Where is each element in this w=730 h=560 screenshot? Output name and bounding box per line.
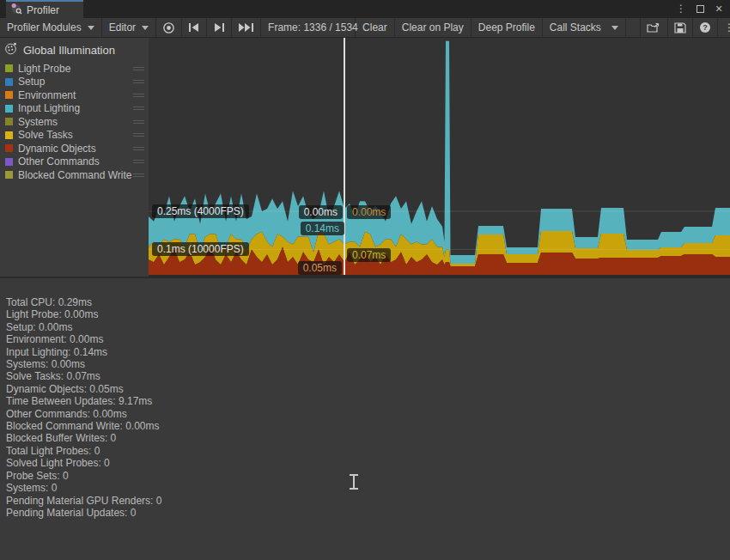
frame-value-label: 0.14ms: [301, 222, 344, 235]
area-input-lighting: [149, 41, 730, 264]
drag-handle-icon[interactable]: [133, 172, 144, 179]
call-stacks-dropdown[interactable]: Call Stacks: [543, 18, 626, 37]
last-frame-button[interactable]: [232, 18, 261, 37]
frame-value-label: 0.05ms: [298, 261, 342, 275]
gridline-label: 0.25ms (4000FPS): [152, 204, 249, 218]
drag-handle-icon[interactable]: [133, 145, 144, 152]
editor-dropdown[interactable]: Editor: [102, 18, 156, 37]
drag-handle-icon[interactable]: [133, 65, 144, 72]
editor-label: Editor: [109, 21, 136, 33]
window-menu-icon[interactable]: ⋮: [674, 2, 688, 15]
titlebar: Profiler ⋮ ×: [0, 0, 730, 18]
chart-row: Global Illumination Light Probe Setup En…: [0, 38, 730, 277]
frame-value-label: 0.07ms: [347, 248, 391, 262]
legend-item[interactable]: Environment: [0, 88, 149, 102]
series-label: Other Commands: [18, 155, 133, 167]
series-color-chip: [5, 171, 13, 179]
series-label: Blocked Command Write: [18, 169, 133, 181]
profiler-modules-dropdown[interactable]: Profiler Modules: [0, 18, 102, 37]
stat-line: Dynamic Objects: 0.05ms: [6, 383, 730, 395]
stat-line: Input Lighting: 0.14ms: [6, 346, 730, 358]
frame-details-panel[interactable]: Total CPU: 0.29msLight Probe: 0.00msSetu…: [0, 277, 730, 560]
legend-item[interactable]: Dynamic Objects: [0, 142, 149, 155]
load-profile-icon: [647, 22, 661, 33]
clear-on-play-toggle[interactable]: Clear on Play: [395, 18, 471, 37]
svg-text:?: ?: [703, 23, 708, 32]
tab-profiler[interactable]: Profiler: [6, 0, 83, 18]
series-label: Light Probe: [18, 63, 133, 75]
profiler-toolbar: Profiler Modules Editor: [0, 18, 730, 38]
last-frame-icon: [238, 22, 254, 33]
context-menu-button[interactable]: ⋮: [718, 18, 730, 37]
series-color-chip: [5, 118, 13, 125]
drag-handle-icon[interactable]: [133, 131, 144, 138]
gridline-label: 0.1ms (10000FPS): [152, 242, 249, 256]
series-label: Environment: [18, 89, 133, 101]
series-label: Setup: [18, 76, 133, 88]
close-icon[interactable]: ×: [712, 2, 726, 15]
clear-label: Clear: [362, 21, 387, 33]
legend-item[interactable]: Other Commands: [0, 155, 149, 169]
legend-item[interactable]: Setup: [0, 76, 149, 89]
stat-line: Systems: 0: [6, 482, 730, 494]
series-color-chip: [5, 131, 13, 139]
chevron-down-icon: [88, 26, 94, 30]
profiler-chart[interactable]: 0.25ms (4000FPS)0.1ms (10000FPS)0.00ms0.…: [149, 38, 730, 277]
series-legend: Light Probe Setup Environment Input Ligh…: [0, 62, 149, 182]
profiler-window: Profiler ⋮ × Profiler Modules Editor: [0, 0, 730, 560]
stat-line: Probe Sets: 0: [6, 470, 730, 482]
chevron-down-icon: [142, 26, 149, 30]
stat-line: Time Between Updates: 9.17ms: [6, 395, 730, 407]
profiler-modules-label: Profiler Modules: [7, 21, 82, 33]
record-button[interactable]: [156, 18, 182, 37]
deep-profile-toggle[interactable]: Deep Profile: [471, 18, 543, 37]
legend-item[interactable]: Solve Tasks: [0, 129, 149, 143]
drag-handle-icon[interactable]: [133, 92, 144, 99]
stat-line: Blocked Buffer Writes: 0: [6, 432, 730, 444]
next-frame-button[interactable]: [207, 18, 232, 37]
drag-handle-icon[interactable]: [133, 119, 144, 125]
stat-line: Light Probe: 0.00ms: [6, 308, 730, 320]
profiler-chart-svg[interactable]: [149, 38, 730, 277]
stat-line: Total CPU: 0.29ms: [6, 296, 730, 308]
text-cursor-icon: [349, 473, 359, 490]
prev-frame-button[interactable]: [182, 18, 207, 37]
save-profile-button[interactable]: [668, 18, 693, 37]
save-profile-icon: [674, 22, 686, 33]
record-icon: [162, 21, 175, 34]
series-color-chip: [5, 78, 13, 86]
help-button[interactable]: ?: [693, 18, 718, 37]
series-color-chip: [5, 91, 13, 99]
stat-line: Blocked Command Write: 0.00ms: [6, 420, 730, 432]
legend-item[interactable]: Light Probe: [0, 62, 149, 76]
deep-profile-label: Deep Profile: [478, 21, 535, 33]
global-illumination-icon: [4, 42, 17, 58]
drag-handle-icon[interactable]: [133, 105, 144, 112]
series-label: Solve Tasks: [18, 129, 133, 141]
chevron-down-icon: [611, 26, 618, 30]
stat-line: Solve Tasks: 0.07ms: [6, 370, 730, 382]
series-label: Input Lighting: [18, 102, 133, 114]
tab-label: Profiler: [27, 4, 59, 16]
profiler-tab-icon: [10, 3, 22, 17]
legend-item[interactable]: Systems: [0, 115, 149, 129]
stat-line: Systems: 0.00ms: [6, 358, 730, 370]
drag-handle-icon[interactable]: [133, 158, 144, 165]
legend-item[interactable]: Blocked Command Write: [0, 168, 149, 182]
frame-counter: Frame: 1336 / 1534: [261, 18, 356, 37]
drag-handle-icon[interactable]: [133, 78, 144, 85]
frame-value-label: 0.00ms: [299, 205, 343, 219]
maximize-icon[interactable]: [693, 2, 707, 15]
clear-button[interactable]: Clear: [356, 18, 395, 37]
module-title: Global Illumination: [23, 44, 115, 57]
prev-frame-icon: [188, 22, 200, 33]
frame-value-label: 0.00ms: [347, 205, 391, 219]
next-frame-icon: [213, 22, 225, 33]
legend-item[interactable]: Input Lighting: [0, 102, 149, 116]
load-profile-button[interactable]: [640, 18, 668, 37]
stat-line: Setup: 0.00ms: [6, 321, 730, 333]
stat-line: Pending Material Updates: 0: [6, 507, 730, 519]
stat-line: Solved Light Probes: 0: [6, 457, 730, 469]
module-sidebar: Global Illumination Light Probe Setup En…: [0, 38, 149, 277]
series-color-chip: [5, 144, 13, 152]
